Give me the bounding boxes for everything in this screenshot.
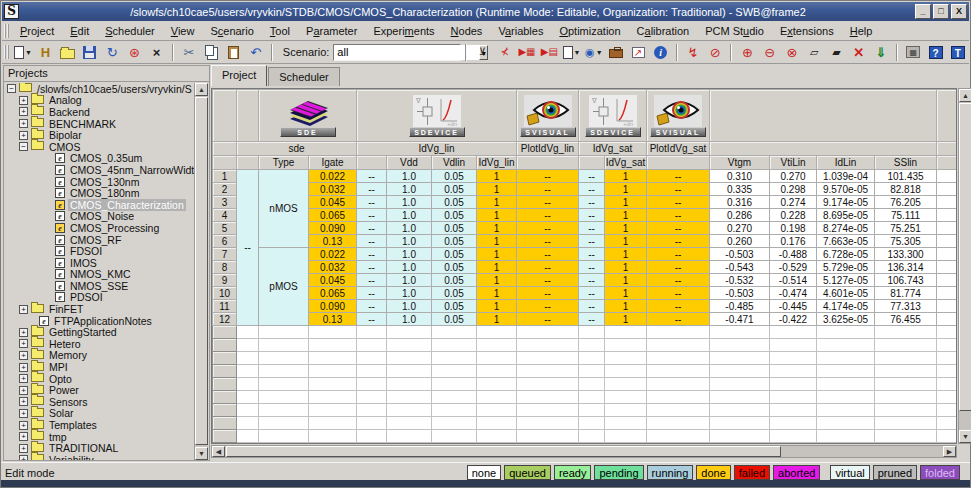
run-next-button[interactable]: ▶▦: [516, 42, 538, 62]
row-number[interactable]: 12: [213, 313, 237, 326]
tree-expander-icon[interactable]: [43, 270, 52, 279]
scenario-input[interactable]: [334, 45, 479, 60]
open-project-button[interactable]: H: [34, 42, 56, 62]
plot-button[interactable]: [627, 42, 649, 62]
save-button[interactable]: [79, 42, 101, 62]
table-vertical-scrollbar[interactable]: ▲ ▼: [958, 88, 971, 444]
row-number[interactable]: 4: [213, 209, 237, 222]
tree-expander-icon[interactable]: [19, 131, 28, 140]
tree-item[interactable]: CMOS_130nm: [5, 176, 194, 188]
tree-expander-icon[interactable]: [43, 212, 52, 221]
idvg-lin-cell[interactable]: 1: [477, 170, 517, 183]
info-button[interactable]: i: [649, 42, 671, 62]
menu-item[interactable]: Experiments: [365, 23, 442, 39]
menu-item[interactable]: View: [163, 23, 203, 39]
refresh-button[interactable]: ↻: [101, 42, 123, 62]
tree-expander-icon[interactable]: [19, 305, 28, 314]
tree-item[interactable]: CMOS_45nm_NarrowWidth: [5, 164, 194, 176]
row-number[interactable]: 5: [213, 222, 237, 235]
idvg-sat-cell[interactable]: 1: [605, 170, 647, 183]
abort-button[interactable]: ⊘: [704, 42, 726, 62]
tool-icon-svisual-sat[interactable]: SVISUAL: [647, 90, 710, 142]
scroll-up-icon[interactable]: ▲: [195, 83, 208, 96]
menu-item[interactable]: Variables: [490, 23, 551, 39]
delete-button[interactable]: ×: [146, 42, 168, 62]
tree-scrollbar[interactable]: ▲ ▼: [194, 83, 208, 460]
run-all-button[interactable]: ▶▤: [538, 42, 560, 62]
menu-item[interactable]: Scheduler: [97, 23, 163, 39]
toolbar-grip[interactable]: [4, 45, 9, 59]
menu-item[interactable]: Project: [12, 23, 62, 39]
tool-icon-sde[interactable]: SDE: [259, 90, 357, 142]
tree-expander-icon[interactable]: [43, 281, 52, 290]
scroll-up-icon[interactable]: ▲: [959, 89, 971, 102]
igate-cell[interactable]: 0.022: [309, 170, 357, 183]
minimize-button[interactable]: _: [915, 4, 931, 19]
tree-item[interactable]: NMOS_KMC: [5, 269, 194, 281]
help-button[interactable]: ?: [924, 42, 946, 62]
menubar-grip[interactable]: [4, 24, 9, 38]
tree-expander-icon[interactable]: [43, 165, 52, 174]
tree-expander-icon[interactable]: [19, 409, 28, 418]
scroll-right-icon[interactable]: ▶: [943, 446, 956, 457]
menu-item[interactable]: Edit: [62, 23, 97, 39]
menu-item[interactable]: Nodes: [443, 23, 491, 39]
tool-icon-sdevice-sat[interactable]: ∇ +dn SDEVICE: [579, 90, 647, 142]
tree-expander-icon[interactable]: [43, 154, 52, 163]
tree-expander-icon[interactable]: [43, 177, 52, 186]
menu-item[interactable]: Optimization: [551, 23, 628, 39]
cut-button[interactable]: ✂: [178, 42, 200, 62]
tree-item[interactable]: CMOS_0.35um: [5, 153, 194, 165]
tab-project[interactable]: Project: [211, 65, 267, 86]
tree-item[interactable]: FDSOI: [5, 245, 194, 257]
row-number[interactable]: 2: [213, 183, 237, 196]
tree-scrollbar-thumb[interactable]: [195, 97, 208, 445]
tree-expander-icon[interactable]: [19, 142, 28, 151]
tree-expander-icon[interactable]: [43, 247, 52, 256]
tree-item[interactable]: IMOS: [5, 257, 194, 269]
zoom-in-button[interactable]: ⊕: [736, 42, 758, 62]
tool-name-idvg-lin[interactable]: IdVg_lin: [357, 142, 517, 156]
tree-expander-icon[interactable]: [19, 107, 28, 116]
scroll-down-icon[interactable]: ▼: [195, 447, 208, 460]
new-button[interactable]: ▼: [12, 42, 34, 62]
scroll-left-icon[interactable]: ◀: [212, 446, 225, 457]
table-vscrollbar-thumb[interactable]: [959, 103, 971, 411]
row-number[interactable]: 1: [213, 170, 237, 183]
tree-expander-icon[interactable]: [43, 189, 52, 198]
menu-item[interactable]: Parameter: [298, 23, 365, 39]
tree-item[interactable]: CMOS_RF: [5, 234, 194, 246]
tree-expander-icon[interactable]: [19, 432, 28, 441]
tree-expander-icon[interactable]: [19, 339, 28, 348]
tree-expander-icon[interactable]: [19, 119, 28, 128]
table-hscrollbar-thumb[interactable]: [226, 446, 781, 457]
scroll-down-icon[interactable]: ▼: [959, 430, 971, 443]
tool-name-plotidvg-lin[interactable]: PlotIdVg_lin: [517, 142, 579, 156]
tree-expander-icon[interactable]: [19, 421, 28, 430]
experiment-root-cell[interactable]: --: [237, 170, 259, 326]
row-number[interactable]: 10: [213, 287, 237, 300]
copy-button[interactable]: [200, 42, 222, 62]
vdd-cell[interactable]: 1.0: [387, 170, 432, 183]
tree-expander-icon[interactable]: [7, 84, 16, 93]
tree-select-button[interactable]: ⊻: [471, 42, 493, 62]
detach-view-button[interactable]: ▱: [803, 42, 825, 62]
tool-icon-svisual-lin[interactable]: SVISUAL: [517, 90, 579, 142]
menu-item[interactable]: Tool: [262, 23, 298, 39]
export-button[interactable]: ⇓: [870, 42, 892, 62]
vdlin-cell[interactable]: 0.05: [432, 170, 477, 183]
tree-expander-icon[interactable]: [19, 386, 28, 395]
menu-item[interactable]: Help: [842, 23, 881, 39]
maximize-button[interactable]: □: [933, 4, 949, 19]
tree-expander-icon[interactable]: [19, 374, 28, 383]
zoom-reset-button[interactable]: ⊗: [781, 42, 803, 62]
tree-expander-icon[interactable]: [19, 351, 28, 360]
menu-item[interactable]: Extensions: [772, 23, 842, 39]
view-filter-button[interactable]: ◉▼: [583, 42, 605, 62]
tree-item[interactable]: Variability: [5, 454, 194, 460]
tree-expander-icon[interactable]: [19, 363, 28, 372]
run-button[interactable]: ↯: [682, 42, 704, 62]
menu-item[interactable]: Scenario: [202, 23, 261, 39]
tree-expander-icon[interactable]: [19, 328, 28, 337]
menu-item[interactable]: Calibration: [629, 23, 698, 39]
